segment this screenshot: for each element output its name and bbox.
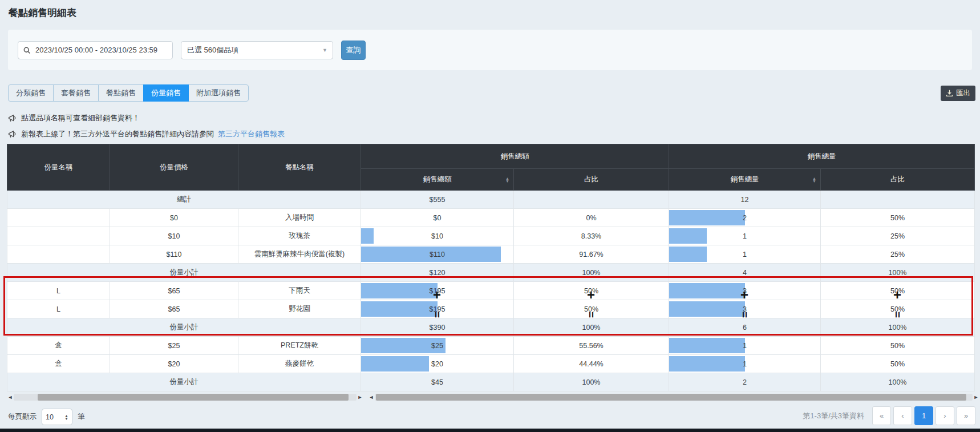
summary-label: 份量小計 <box>7 264 361 282</box>
sales-table: 份量名稱 份量價格 餐點名稱 銷售總額 銷售總量 銷售總額 ▲▼ 占比 銷售總量… <box>7 144 975 391</box>
scroll-right-icon[interactable]: ► <box>973 393 979 401</box>
price-cell: $65 <box>110 282 238 300</box>
amount-bar <box>361 228 374 244</box>
amount-bar <box>361 356 429 372</box>
qty-pct-cell: 25% <box>821 227 975 245</box>
table-body: 總計$55512$0入場時間$00%250%$10玫瑰茶$108.33%125%… <box>7 191 975 391</box>
size-cell: L <box>7 282 110 300</box>
size-cell <box>7 209 110 227</box>
item-name-link[interactable]: 入場時間 <box>238 209 361 227</box>
scroll-left-icon[interactable]: ◄ <box>7 393 14 401</box>
item-name-link[interactable]: 雲南鮮燙麻辣牛肉便當(複製) <box>238 245 361 264</box>
amount-pct-cell: 55.56% <box>514 337 669 355</box>
col-header-amount-pct: 占比 <box>514 169 669 191</box>
price-cell: $110 <box>110 245 238 264</box>
summary-label: 份量小計 <box>7 318 361 337</box>
scrollbar-track[interactable] <box>14 394 357 401</box>
page-button-active[interactable]: 1 <box>914 406 933 425</box>
amount-cell: $45 <box>361 373 514 391</box>
scrollbar-thumb[interactable] <box>38 394 349 401</box>
record-range-text: 第1-3筆/共3筆資料 <box>803 411 864 421</box>
qty-bar <box>669 301 745 317</box>
items-filter-dropdown[interactable]: 已選 560個品項 ▼ <box>181 41 333 59</box>
qty-bar <box>669 338 745 353</box>
amount-cell: $195 <box>361 282 514 300</box>
qty-pct-cell <box>821 191 975 209</box>
right-horizontal-scrollbar[interactable]: ◄ ► <box>368 393 979 401</box>
col-header-qty[interactable]: 銷售總量 ▲▼ <box>669 169 821 191</box>
page-button-0[interactable]: « <box>872 406 891 425</box>
qty-pct-cell: 100% <box>821 264 975 282</box>
amount-cell: $20 <box>361 355 514 373</box>
item-name-link[interactable]: 玫瑰茶 <box>238 227 361 245</box>
page-button-1[interactable]: ‹ <box>893 406 912 425</box>
qty-cell: 2 <box>669 209 821 227</box>
tab-2[interactable]: 餐點銷售 <box>98 84 144 102</box>
qty-pct-cell: 50% <box>821 355 975 373</box>
amount-cell: $110 <box>361 245 514 264</box>
qty-bar <box>669 228 707 244</box>
size-cell: L <box>7 300 110 318</box>
search-icon <box>23 46 31 54</box>
item-name-link[interactable]: 下雨天 <box>238 282 361 300</box>
notice-detail-hint: 點選品項名稱可查看細部銷售資料！ <box>8 113 140 123</box>
amount-pct-cell: 8.33% <box>514 227 669 245</box>
date-range-picker[interactable] <box>18 41 173 59</box>
summary-label: 總計 <box>7 191 361 209</box>
footer-bar <box>0 429 980 432</box>
export-label: 匯出 <box>956 88 970 98</box>
col-header-size: 份量名稱 <box>7 144 110 191</box>
col-header-amount[interactable]: 銷售總額 ▲▼ <box>361 169 514 191</box>
subtotal-row: 份量小計$120100%4100% <box>7 264 975 282</box>
qty-bar <box>669 356 745 372</box>
size-cell: 盒 <box>7 337 110 355</box>
qty-pct-cell: 50% <box>821 282 975 300</box>
item-name-link[interactable]: 野花園 <box>238 300 361 318</box>
third-party-report-link[interactable]: 第三方平台銷售報表 <box>218 129 285 139</box>
amount-cell: $0 <box>361 209 514 227</box>
scrollbar-track[interactable] <box>375 394 973 401</box>
qty-cell: 2 <box>669 373 821 391</box>
page-button-3[interactable]: › <box>936 406 954 425</box>
size-cell: 盒 <box>7 355 110 373</box>
tab-0[interactable]: 分類銷售 <box>8 84 54 102</box>
sort-icon[interactable]: ▲▼ <box>505 177 509 183</box>
group-header-qty: 銷售總量 <box>669 144 975 169</box>
per-page-unit: 筆 <box>78 412 85 422</box>
date-range-input[interactable] <box>34 45 168 55</box>
sort-icon[interactable]: ▲▼ <box>812 177 816 183</box>
page-button-4[interactable]: » <box>957 406 975 425</box>
qty-bar <box>669 283 745 298</box>
notice-new-report: 新報表上線了！第三方外送平台的餐點銷售詳細內容請參閱第三方平台銷售報表 <box>8 129 285 139</box>
per-page-select[interactable]: 10 ▲▼ <box>42 409 72 425</box>
qty-cell: 3 <box>669 282 821 300</box>
item-name-link[interactable]: 燕麥餅乾 <box>238 355 361 373</box>
qty-cell: 1 <box>669 355 821 373</box>
qty-bar <box>669 210 745 225</box>
query-button[interactable]: 查詢 <box>341 41 366 60</box>
item-name-link[interactable]: PRETZ餅乾 <box>238 337 361 355</box>
price-cell: $20 <box>110 355 238 373</box>
tab-3[interactable]: 份量銷售 <box>143 84 189 102</box>
items-filter-value: 已選 560個品項 <box>187 45 238 55</box>
per-page-label: 每頁顯示 <box>8 412 37 422</box>
report-page: 餐點銷售明細表 已選 560個品項 ▼ 查詢 分類銷售套餐銷售餐點銷售份量銷售附… <box>0 0 980 432</box>
amount-cell: $120 <box>361 264 514 282</box>
amount-pct-cell: 44.44% <box>514 355 669 373</box>
left-horizontal-scrollbar[interactable]: ◄ ► <box>7 393 363 401</box>
scrollbar-thumb[interactable] <box>376 394 966 401</box>
scroll-left-icon[interactable]: ◄ <box>368 393 375 401</box>
stepper-icon[interactable]: ▲▼ <box>64 414 68 420</box>
tab-1[interactable]: 套餐銷售 <box>53 84 99 102</box>
size-cell <box>7 245 110 264</box>
scroll-right-icon[interactable]: ► <box>357 393 363 401</box>
export-button[interactable]: 匯出 <box>941 86 975 101</box>
amount-pct-cell <box>514 191 669 209</box>
per-page-value: 10 <box>46 413 54 421</box>
table-row: $10玫瑰茶$108.33%125% <box>7 227 975 245</box>
tab-4[interactable]: 附加選項銷售 <box>188 84 249 102</box>
subtotal-row: 份量小計$390100%6100% <box>7 318 975 337</box>
amount-pct-cell: 50% <box>514 300 669 318</box>
table-row: 盒$25PRETZ餅乾$2555.56%150% <box>7 337 975 355</box>
pager: «‹1›» <box>872 406 975 425</box>
